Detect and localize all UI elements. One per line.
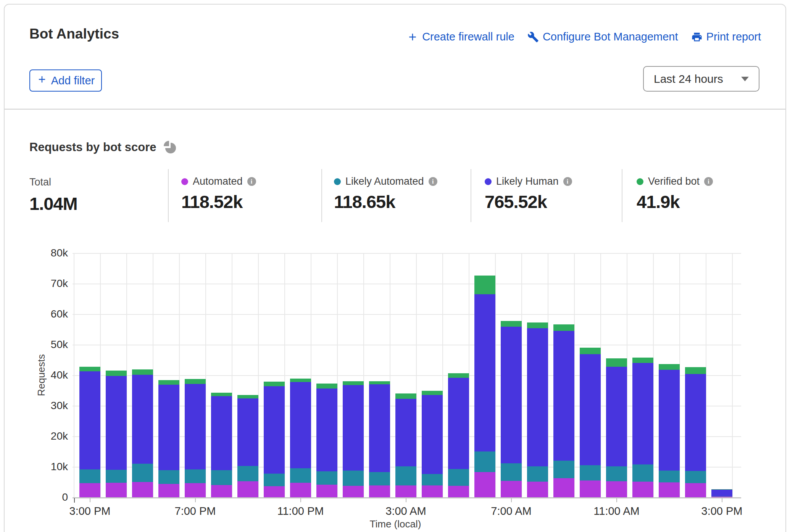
bar-segment-verified-bot[interactable] [158, 380, 179, 385]
bar-segment-likely-automated[interactable] [158, 470, 179, 484]
bar-segment-likely-human[interactable] [527, 328, 548, 466]
info-icon[interactable]: i [704, 177, 713, 186]
info-icon[interactable]: i [247, 177, 256, 186]
bar-segment-automated[interactable] [632, 482, 653, 497]
bar-segment-likely-automated[interactable] [211, 470, 232, 485]
bar-segment-automated[interactable] [685, 483, 706, 497]
bar-segment-likely-human[interactable] [659, 370, 680, 471]
bar-segment-verified-bot[interactable] [659, 364, 680, 370]
bar-segment-likely-human[interactable] [211, 396, 232, 470]
bar-segment-automated[interactable] [448, 486, 469, 497]
bar-segment-likely-automated[interactable] [606, 466, 627, 481]
bar-segment-verified-bot[interactable] [316, 384, 337, 389]
bar-segment-automated[interactable] [158, 484, 179, 497]
bar-segment-likely-human[interactable] [106, 376, 127, 470]
bar-segment-likely-automated[interactable] [395, 466, 416, 485]
bar-segment-verified-bot[interactable] [79, 367, 100, 371]
bar-segment-verified-bot[interactable] [395, 393, 416, 399]
bar-segment-likely-human[interactable] [422, 395, 443, 474]
bar-segment-likely-automated[interactable] [448, 469, 469, 485]
bar-segment-likely-human[interactable] [264, 386, 285, 474]
bar-segment-likely-automated[interactable] [290, 468, 311, 483]
bar-segment-automated[interactable] [395, 485, 416, 497]
bar-segment-verified-bot[interactable] [553, 324, 574, 331]
bar-segment-verified-bot[interactable] [685, 367, 706, 374]
bar-segment-likely-human[interactable] [448, 378, 469, 469]
bar-segment-verified-bot[interactable] [501, 321, 522, 326]
bar-segment-likely-automated[interactable] [659, 471, 680, 482]
bar-segment-likely-human[interactable] [158, 385, 179, 470]
bar-segment-verified-bot[interactable] [185, 379, 206, 384]
bar-segment-automated[interactable] [106, 483, 127, 497]
bar-segment-likely-automated[interactable] [553, 461, 574, 478]
bar-segment-verified-bot[interactable] [290, 379, 311, 382]
bar-segment-likely-human[interactable] [343, 385, 364, 471]
add-filter-button[interactable]: Add filter [29, 69, 102, 92]
create-firewall-rule-link[interactable]: Create firewall rule [407, 31, 514, 43]
bar-segment-likely-human[interactable] [711, 490, 732, 496]
bar-segment-likely-automated[interactable] [79, 469, 100, 483]
time-range-dropdown[interactable]: Last 24 hours [643, 66, 759, 92]
bar-segment-likely-human[interactable] [79, 371, 100, 470]
bar-segment-automated[interactable] [553, 478, 574, 497]
bar-segment-verified-bot[interactable] [106, 371, 127, 376]
bar-segment-automated[interactable] [211, 485, 232, 497]
bar-segment-verified-bot[interactable] [474, 276, 495, 294]
bar-segment-verified-bot[interactable] [580, 348, 601, 354]
info-icon[interactable]: i [563, 177, 572, 186]
bar-segment-automated[interactable] [316, 485, 337, 497]
bar-segment-automated[interactable] [474, 472, 495, 497]
bar-segment-automated[interactable] [237, 481, 258, 497]
bar-segment-likely-automated[interactable] [501, 463, 522, 481]
configure-bot-management-link[interactable]: Configure Bot Management [527, 31, 678, 43]
bar-segment-likely-human[interactable] [132, 375, 153, 464]
bar-segment-likely-automated[interactable] [132, 464, 153, 482]
bar-segment-automated[interactable] [422, 485, 443, 497]
bar-segment-likely-automated[interactable] [316, 471, 337, 485]
bar-segment-verified-bot[interactable] [448, 373, 469, 378]
bar-segment-likely-automated[interactable] [106, 470, 127, 483]
bar-segment-verified-bot[interactable] [527, 322, 548, 328]
bar-segment-verified-bot[interactable] [632, 358, 653, 363]
bar-segment-verified-bot[interactable] [132, 369, 153, 375]
bar-segment-verified-bot[interactable] [211, 393, 232, 397]
bar-segment-verified-bot[interactable] [422, 391, 443, 395]
bar-segment-verified-bot[interactable] [237, 395, 258, 398]
bar-segment-likely-automated[interactable] [632, 464, 653, 482]
print-report-link[interactable]: Print report [691, 31, 761, 43]
bar-segment-automated[interactable] [185, 483, 206, 497]
bar-segment-likely-automated[interactable] [343, 471, 364, 485]
bar-segment-likely-human[interactable] [632, 363, 653, 464]
bar-segment-likely-automated[interactable] [711, 496, 732, 497]
bar-segment-likely-human[interactable] [606, 367, 627, 466]
bar-segment-automated[interactable] [343, 486, 364, 497]
bar-segment-verified-bot[interactable] [343, 381, 364, 385]
bar-segment-likely-human[interactable] [501, 327, 522, 463]
bar-segment-likely-human[interactable] [290, 382, 311, 468]
bar-segment-likely-human[interactable] [685, 374, 706, 471]
bar-segment-likely-automated[interactable] [474, 451, 495, 472]
bar-segment-automated[interactable] [132, 482, 153, 497]
bar-segment-likely-human[interactable] [580, 354, 601, 465]
bar-segment-likely-automated[interactable] [422, 474, 443, 485]
bar-segment-likely-automated[interactable] [527, 466, 548, 482]
info-icon[interactable]: i [429, 177, 437, 186]
bar-segment-automated[interactable] [264, 486, 285, 497]
bar-segment-automated[interactable] [79, 483, 100, 497]
bar-segment-likely-human[interactable] [395, 399, 416, 466]
bar-segment-likely-human[interactable] [237, 398, 258, 466]
bar-segment-verified-bot[interactable] [369, 381, 390, 384]
bar-segment-likely-human[interactable] [553, 331, 574, 461]
bar-segment-likely-automated[interactable] [237, 466, 258, 481]
bar-segment-likely-human[interactable] [474, 294, 495, 451]
bar-segment-likely-automated[interactable] [369, 472, 390, 485]
bar-segment-verified-bot[interactable] [264, 382, 285, 386]
bar-segment-likely-automated[interactable] [580, 465, 601, 480]
bar-segment-likely-automated[interactable] [264, 474, 285, 486]
bar-segment-verified-bot[interactable] [606, 358, 627, 367]
bar-segment-likely-human[interactable] [369, 384, 390, 472]
bar-segment-likely-human[interactable] [185, 384, 206, 469]
bar-segment-verified-bot[interactable] [711, 489, 732, 490]
bar-segment-automated[interactable] [369, 485, 390, 497]
bar-segment-likely-automated[interactable] [685, 471, 706, 483]
